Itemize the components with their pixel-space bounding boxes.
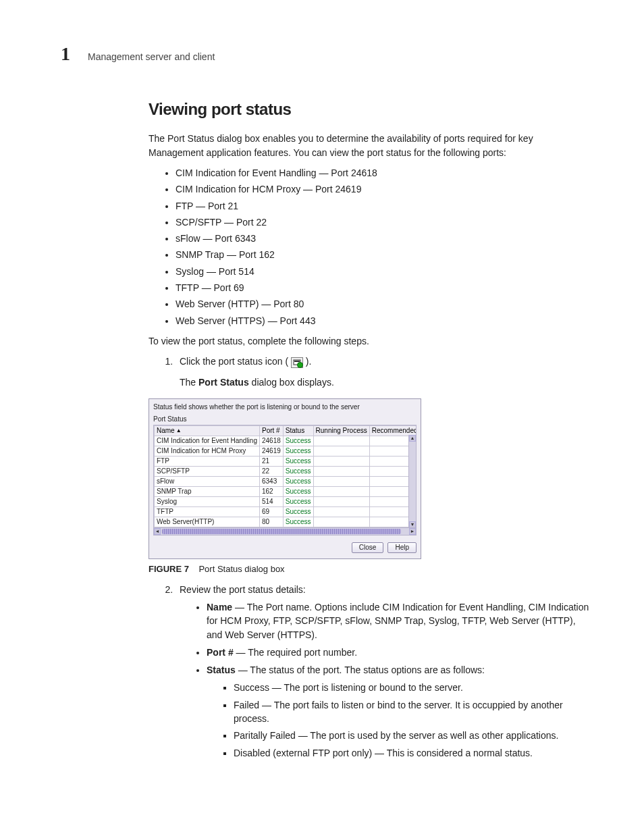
cell-port: 162 [259,486,283,496]
cell-name: CIM Indication for HCM Proxy [155,446,260,456]
sort-asc-icon: ▲ [176,427,182,434]
cell-status: Success [283,446,313,456]
list-item: TFTP — Port 69 [176,281,590,294]
cell-running-process [313,496,369,506]
cell-name: sFlow [155,476,260,486]
cell-port: 22 [259,466,283,476]
step-1-text-pre: Click the port status icon ( [180,356,288,367]
figure-caption: FIGURE 7 Port Status dialog box [149,563,590,576]
cell-running-process [313,476,369,486]
cell-running-process [313,446,369,456]
step-2-text: Review the port status details: [180,584,306,595]
cell-port: 24619 [259,446,283,456]
table-row[interactable]: TFTP69Success [155,506,417,517]
cell-running-process [313,506,369,517]
cell-running-process [313,436,369,446]
step-1: Click the port status icon ( ). The Port… [176,355,590,389]
col-status[interactable]: Status [283,425,313,436]
cell-status: Success [283,466,313,476]
chapter-number: 1 [61,41,70,68]
cell-port: 514 [259,496,283,506]
list-item: SNMP Trap — Port 162 [176,248,590,261]
figure-7: Status field shows whether the port is l… [149,398,590,576]
col-name[interactable]: Name▲ [155,425,260,436]
cell-name: SNMP Trap [155,486,260,496]
vertical-scrollbar[interactable]: ▲ ▼ [408,435,416,528]
port-status-icon [291,357,303,368]
status-option: Failed — The port fails to listen or bin… [234,698,590,726]
port-status-table: Name▲ Port # Status Running Process Reco… [154,425,417,527]
port-status-dialog: Status field shows whether the port is l… [149,398,421,559]
scroll-right-icon[interactable]: ► [409,528,416,535]
cell-status: Success [283,496,313,506]
dialog-group-label: Port Status [153,415,417,423]
intro-paragraph: The Port Status dialog box enables you t… [149,132,590,159]
cell-status: Success [283,517,313,527]
cell-name: SCP/SFTP [155,466,260,476]
lead-out: To view the port status, complete the fo… [149,334,590,348]
port-list: CIM Indication for Event Handling — Port… [149,166,590,328]
cell-port: 6343 [259,476,283,486]
col-running-process[interactable]: Running Process [313,425,369,436]
cell-port: 21 [259,456,283,466]
scroll-thumb[interactable] [162,529,401,534]
cell-status: Success [283,456,313,466]
cell-status: Success [283,476,313,486]
cell-status: Success [283,436,313,446]
list-item: SCP/SFTP — Port 22 [176,215,590,229]
cell-status: Success [283,506,313,517]
status-option: Disabled (external FTP port only) — This… [234,746,590,760]
step-2: Review the port status details: Name — T… [176,583,590,760]
table-row[interactable]: CIM Indication for Event Handling24618Su… [155,436,417,446]
cell-name: Web Server(HTTP) [155,517,260,527]
cell-status: Success [283,486,313,496]
cell-running-process [313,486,369,496]
table-row[interactable]: FTP21Success [155,456,417,466]
list-item: Syslog — Port 514 [176,265,590,278]
cell-running-process [313,517,369,527]
chapter-title: Management server and client [88,50,215,63]
table-row[interactable]: sFlow6343Success [155,476,417,486]
page-header: 1 Management server and client [61,41,590,68]
list-item: FTP — Port 21 [176,199,590,213]
cell-running-process [313,456,369,466]
detail-name: Name — The Port name. Options include CI… [207,600,590,642]
cell-port: 80 [259,517,283,527]
close-button[interactable]: Close [352,542,384,553]
status-option: Success — The port is listening or bound… [234,681,590,694]
list-item: Web Server (HTTPS) — Port 443 [176,314,590,328]
col-port[interactable]: Port # [259,425,283,436]
table-row[interactable]: Syslog514Success [155,496,417,506]
table-row[interactable]: Web Server(HTTP)80Success [155,517,417,527]
list-item: sFlow — Port 6343 [176,232,590,245]
horizontal-scrollbar[interactable]: ◄ ► [154,527,416,535]
detail-port: Port # — The required port number. [207,646,590,659]
help-button[interactable]: Help [387,542,417,553]
section-title: Viewing port status [149,98,590,122]
cell-name: Syslog [155,496,260,506]
scroll-left-icon[interactable]: ◄ [154,528,161,535]
cell-port: 69 [259,506,283,517]
cell-port: 24618 [259,436,283,446]
list-item: CIM Indication for Event Handling — Port… [176,166,590,180]
step-1-text-post: ). [306,356,312,367]
cell-running-process [313,466,369,476]
status-option: Paritally Failed — The port is used by t… [234,729,590,742]
step-1-sub: The Port Status dialog box displays. [180,375,590,389]
detail-status: Status — The status of the port. The sta… [207,663,590,760]
scroll-up-icon[interactable]: ▲ [409,435,416,442]
cell-name: TFTP [155,506,260,517]
table-row[interactable]: SNMP Trap162Success [155,486,417,496]
cell-name: CIM Indication for Event Handling [155,436,260,446]
list-item: CIM Indication for HCM Proxy — Port 2461… [176,182,590,196]
table-row[interactable]: SCP/SFTP22Success [155,466,417,476]
cell-name: FTP [155,456,260,466]
dialog-hint: Status field shows whether the port is l… [153,403,417,411]
table-row[interactable]: CIM Indication for HCM Proxy24619Success [155,446,417,456]
list-item: Web Server (HTTP) — Port 80 [176,297,590,311]
